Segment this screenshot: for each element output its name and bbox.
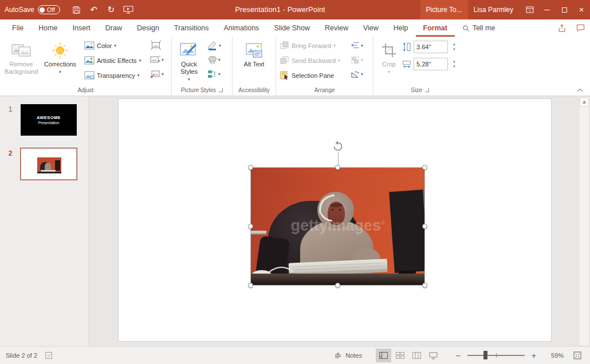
slide-1-row: 1 AWESOME Presentation [0, 104, 89, 136]
undo-button[interactable]: ↶ [85, 2, 103, 17]
status-bar-right: Notes − + [334, 349, 584, 362]
rotate-objects-button[interactable]: ▾ [349, 68, 364, 80]
notes-button[interactable]: Notes [334, 352, 362, 359]
reset-picture-button[interactable]: ▾ [149, 68, 165, 80]
autosave-label: AutoSave [5, 6, 34, 14]
picture-border-button[interactable]: ▾ [206, 39, 222, 52]
resize-handle-middle-right[interactable] [422, 224, 427, 229]
reading-view-button[interactable] [409, 349, 424, 362]
group-objects-button[interactable]: ▾ [349, 53, 364, 66]
scroll-up-icon[interactable]: ▲ [580, 97, 589, 106]
selection-pane-icon [280, 71, 289, 80]
artistic-effects-button[interactable]: Artistic Effects ▾ [82, 53, 149, 68]
resize-handle-top-center[interactable] [335, 165, 340, 170]
zoom-out-button[interactable]: − [453, 349, 464, 362]
slide-surface[interactable]: gettyimages® [118, 98, 552, 342]
color-button[interactable]: Color ▾ [82, 38, 149, 53]
tab-format[interactable]: Format [416, 19, 455, 37]
tab-tell-me[interactable]: Tell me [455, 19, 503, 37]
minimize-button[interactable] [538, 0, 556, 19]
resize-handle-top-left[interactable] [248, 165, 253, 170]
fit-to-window-button[interactable] [571, 349, 584, 362]
transparency-button[interactable]: Transparency ▾ [82, 68, 149, 82]
picture-styles-dialog-launcher-icon[interactable] [219, 88, 223, 92]
corrections-sun-icon [52, 42, 69, 59]
tab-review[interactable]: Review [317, 19, 356, 37]
maximize-button[interactable] [556, 0, 573, 19]
slide-sorter-icon [396, 352, 404, 359]
save-button[interactable] [68, 2, 85, 17]
color-label: Color [97, 42, 112, 49]
align-button[interactable]: ▾ [349, 39, 364, 52]
rotate-handle[interactable] [332, 141, 344, 154]
tab-help[interactable]: Help [386, 19, 416, 37]
arrange-icon-column: ▾ ▾ ▾ [346, 38, 364, 80]
tab-file[interactable]: File [5, 19, 31, 37]
arrange-menu-column: Bring Forward ▾ Send Backward ▾ Selectio… [278, 38, 346, 82]
redo-button[interactable]: ↻ [103, 2, 120, 17]
resize-handle-bottom-center[interactable] [335, 283, 340, 288]
tab-insert[interactable]: Insert [65, 19, 98, 37]
contextual-tab-header[interactable]: Picture To... [420, 0, 468, 19]
spinner-up-icon[interactable]: ▴ [450, 42, 458, 47]
resize-handle-bottom-left[interactable] [248, 283, 253, 288]
resize-handle-top-right[interactable] [422, 165, 427, 170]
picture-effects-button[interactable]: ▾ [206, 53, 222, 66]
corrections-button[interactable]: Corrections ▾ [40, 38, 80, 76]
ribbon-display-options-button[interactable] [521, 0, 538, 19]
quick-styles-icon [179, 42, 199, 59]
resize-handle-middle-left[interactable] [248, 224, 253, 229]
close-button[interactable]: ✕ [573, 0, 590, 19]
spinner-down-icon[interactable]: ▾ [450, 47, 458, 52]
slide-2-thumbnail[interactable] [21, 148, 77, 180]
slide-sorter-view-button[interactable] [392, 349, 408, 362]
normal-view-button[interactable] [376, 349, 391, 362]
shape-height-input[interactable] [414, 41, 448, 53]
zoom-level[interactable]: 59% [545, 352, 564, 359]
vertical-scrollbar[interactable]: ▲ [580, 97, 589, 345]
mini-monkey [45, 163, 51, 171]
comments-button[interactable] [572, 19, 589, 37]
selection-pane-button[interactable]: Selection Pane [278, 68, 346, 82]
tab-transitions[interactable]: Transitions [167, 19, 217, 37]
autosave-toggle[interactable]: AutoSave Off [5, 5, 60, 14]
user-name[interactable]: Lisa Parmley [468, 6, 521, 14]
tab-slide-show[interactable]: Slide Show [266, 19, 317, 37]
send-backward-button[interactable]: Send Backward ▾ [278, 53, 346, 68]
zoom-slider-thumb[interactable] [483, 351, 487, 359]
collapse-ribbon-button[interactable] [577, 85, 583, 94]
ribbon-display-options-icon [526, 6, 534, 14]
accessibility-checker-icon[interactable] [45, 352, 52, 359]
shape-width-spinner[interactable]: ▴▾ [450, 59, 458, 69]
quick-styles-button[interactable]: Quick Styles ▾ [174, 38, 204, 83]
crop-button[interactable]: Crop ▾ [376, 38, 402, 76]
change-picture-button[interactable]: ▾ [149, 53, 165, 66]
zoom-slider[interactable] [467, 349, 525, 362]
zoom-in-button[interactable]: + [528, 349, 540, 362]
accessibility-group-label: Accessibility [238, 87, 269, 93]
picture-layout-button[interactable]: ▾ [206, 68, 222, 80]
alt-text-button[interactable]: Alt Text [239, 38, 269, 68]
tab-home[interactable]: Home [31, 19, 65, 37]
selected-picture[interactable]: gettyimages® [251, 168, 424, 285]
shape-height-spinner[interactable]: ▴▾ [450, 42, 458, 52]
tab-animations[interactable]: Animations [217, 19, 267, 37]
resize-handle-bottom-right[interactable] [422, 283, 427, 288]
bring-forward-button[interactable]: Bring Forward ▾ [278, 38, 346, 53]
start-slideshow-button[interactable] [120, 2, 137, 17]
compress-pictures-button[interactable] [149, 39, 165, 52]
notes-label: Notes [345, 352, 362, 359]
share-button[interactable] [553, 19, 571, 37]
slide-1-thumbnail[interactable]: AWESOME Presentation [21, 104, 77, 136]
slide-show-view-button[interactable] [426, 349, 441, 362]
spinner-up-icon[interactable]: ▴ [450, 59, 458, 64]
spinner-down-icon[interactable]: ▾ [450, 64, 458, 69]
size-dialog-launcher-icon[interactable] [425, 88, 429, 92]
picture-effects-icon [207, 56, 217, 64]
tab-view[interactable]: View [356, 19, 386, 37]
tab-draw[interactable]: Draw [98, 19, 129, 37]
tab-design[interactable]: Design [129, 19, 167, 37]
remove-background-button[interactable]: Remove Background [2, 38, 40, 76]
shape-width-input[interactable] [414, 58, 448, 70]
corrections-caret-icon: ▾ [59, 68, 61, 76]
